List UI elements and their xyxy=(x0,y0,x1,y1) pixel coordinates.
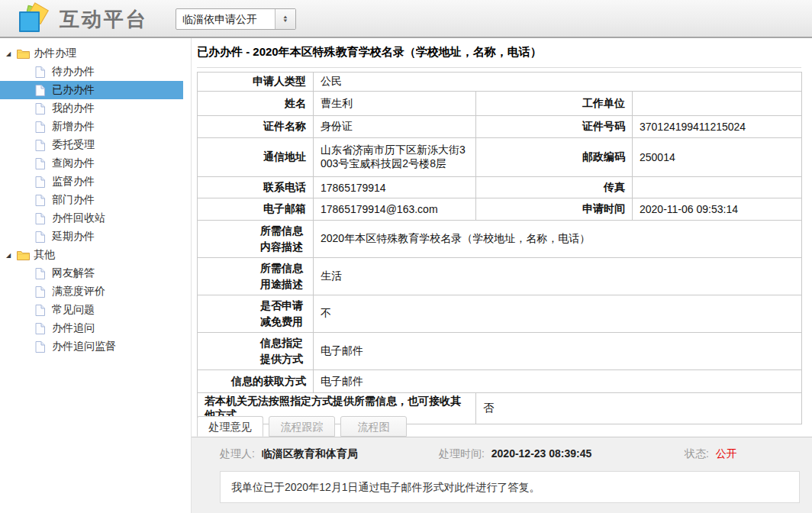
sidebar-group-label: 其他 xyxy=(34,248,55,262)
field-label: 邮政编码 xyxy=(476,138,633,177)
sidebar-item-faq[interactable]: 常见问题 xyxy=(0,301,183,319)
sidebar-item-new-case[interactable]: 新增办件 xyxy=(0,118,183,136)
field-label: 联系电话 xyxy=(198,177,314,198)
field-label: 申请人类型 xyxy=(198,73,314,92)
tree-expander-icon[interactable]: ◢ xyxy=(6,252,17,259)
table-row: 姓名 曹生利 工作单位 xyxy=(198,92,802,116)
site-select-value[interactable]: 临淄依申请公开 xyxy=(176,9,275,29)
file-icon xyxy=(35,140,48,151)
field-label: 是否申请减免费用 xyxy=(198,295,314,333)
sidebar-item-case-followup[interactable]: 办件追问 xyxy=(0,319,183,337)
sidebar-item-satisfaction-rating[interactable]: 满意度评价 xyxy=(0,282,183,301)
spinner-arrows-icon[interactable]: ▲ ▼ xyxy=(275,9,295,29)
table-row: 联系电话 17865179914 传真 xyxy=(198,177,802,198)
sidebar-item-netizen-answers[interactable]: 网友解答 xyxy=(0,264,183,282)
field-label: 所需信息用途描述 xyxy=(198,258,314,295)
handler-field: 处理人: 临淄区教育和体育局 xyxy=(220,447,358,461)
file-icon xyxy=(35,195,48,206)
app-header: 互动平台 临淄依申请公开 ▲ ▼ xyxy=(0,0,812,38)
field-value: 2020年本区特殊教育学校名录（学校地址，名称，电话） xyxy=(314,221,802,258)
file-icon xyxy=(35,268,48,279)
handling-opinion-panel: 处理人: 临淄区教育和体育局 处理时间: 2020-12-23 08:39:45… xyxy=(192,437,812,513)
sidebar-item-label: 查阅办件 xyxy=(52,156,95,170)
sidebar-item-entrusted-acceptance[interactable]: 委托受理 xyxy=(0,136,183,154)
field-value: 公民 xyxy=(314,73,802,92)
field-label: 传真 xyxy=(476,177,633,198)
sidebar-item-supervise-cases[interactable]: 监督办件 xyxy=(0,173,183,191)
handle-time-field: 处理时间: 2020-12-23 08:39:45 xyxy=(439,447,591,461)
file-icon xyxy=(35,176,48,188)
sidebar-item-label: 延期办件 xyxy=(52,230,95,244)
sidebar-tree: ◢ 办件办理 待办办件 已办办件 我的办件 新增办件 委托受理 查阅办件 监督办… xyxy=(0,38,183,513)
field-value: 生活 xyxy=(314,258,802,295)
field-label: 信息指定提供方式 xyxy=(198,333,314,370)
field-value: 17865179914 xyxy=(314,177,476,198)
table-row: 电子邮箱 17865179914@163.com 申请时间 2020-11-06… xyxy=(198,198,802,221)
file-icon xyxy=(35,66,48,78)
result-tabbar: 处理意见 流程跟踪 流程图 xyxy=(197,416,412,437)
sidebar-group-label: 办件办理 xyxy=(34,47,76,60)
status-label: 状态: xyxy=(685,447,709,460)
table-row: 所需信息用途描述 生活 xyxy=(198,258,802,295)
application-detail-table: 申请人类型 公民 姓名 曹生利 工作单位 证件名称 身份证 证件号码 37012… xyxy=(197,72,802,424)
sidebar-item-my-cases[interactable]: 我的办件 xyxy=(0,99,183,118)
tab-handling-opinion[interactable]: 处理意见 xyxy=(197,416,263,437)
field-value: 否 xyxy=(476,393,802,424)
tab-flow-chart[interactable]: 流程图 xyxy=(340,416,407,437)
logo-blue-sheet xyxy=(19,11,40,32)
field-value: 曹生利 xyxy=(314,92,476,116)
field-label: 电子邮箱 xyxy=(198,198,314,221)
field-label: 信息的获取方式 xyxy=(198,370,314,393)
sidebar-item-label: 委托受理 xyxy=(52,138,95,152)
file-icon xyxy=(35,305,48,316)
tab-process-tracking[interactable]: 流程跟踪 xyxy=(269,416,335,437)
file-icon xyxy=(35,103,48,115)
sidebar-item-review-cases[interactable]: 查阅办件 xyxy=(0,154,183,173)
file-icon xyxy=(35,341,48,353)
field-value: 250014 xyxy=(633,138,802,177)
sidebar-item-case-recycle-bin[interactable]: 办件回收站 xyxy=(0,209,183,227)
field-label: 所需信息内容描述 xyxy=(198,221,314,258)
sidebar-group-other[interactable]: ◢ 其他 xyxy=(0,246,183,264)
sidebar-item-label: 办件追问 xyxy=(52,321,95,335)
folder-icon xyxy=(17,49,30,59)
sidebar-item-case-followup-supervision[interactable]: 办件追问监督 xyxy=(0,337,183,356)
sidebar-group-case-handling[interactable]: ◢ 办件办理 xyxy=(0,44,183,63)
field-value: 370124199411215024 xyxy=(633,116,802,138)
field-label: 证件号码 xyxy=(476,116,633,138)
table-row: 证件名称 身份证 证件号码 370124199411215024 xyxy=(198,116,802,138)
status-badge: 公开 xyxy=(716,447,737,460)
tree-expander-icon[interactable]: ◢ xyxy=(6,50,17,57)
table-row: 信息的获取方式 电子邮件 xyxy=(198,370,802,393)
field-value: 不 xyxy=(314,295,802,333)
sidebar-item-label: 已办办件 xyxy=(52,83,95,97)
field-value: 2020-11-06 09:53:14 xyxy=(633,198,802,221)
sidebar-item-label: 办件回收站 xyxy=(52,211,105,225)
folder-icon xyxy=(17,250,30,260)
sidebar-item-pending-cases[interactable]: 待办办件 xyxy=(0,63,183,81)
status-field: 状态: 公开 xyxy=(685,447,737,461)
reply-text: 我单位已于2020年12月1日通过电子邮件形式对此件进行了答复。 xyxy=(220,471,800,503)
file-icon xyxy=(35,213,48,224)
field-value xyxy=(633,92,802,116)
sidebar-item-label: 网友解答 xyxy=(52,266,95,280)
field-value: 17865179914@163.com xyxy=(314,198,476,221)
file-icon xyxy=(35,286,48,298)
handle-time-value: 2020-12-23 08:39:45 xyxy=(491,447,592,460)
sidebar-item-department-cases[interactable]: 部门办件 xyxy=(0,191,183,209)
sidebar-item-label: 满意度评价 xyxy=(52,285,105,298)
page-title: 已办办件 - 2020年本区特殊教育学校名录（学校地址，名称，电话） xyxy=(197,45,801,68)
sidebar-item-extended-cases[interactable]: 延期办件 xyxy=(0,227,183,246)
file-icon xyxy=(35,121,48,133)
file-icon xyxy=(35,323,48,334)
table-row: 申请人类型 公民 xyxy=(198,73,802,92)
field-label: 工作单位 xyxy=(476,92,633,116)
field-value xyxy=(633,177,802,198)
sidebar-item-completed-cases[interactable]: 已办办件 xyxy=(0,81,183,99)
file-icon xyxy=(35,231,48,243)
table-row: 是否申请减免费用 不 xyxy=(198,295,802,333)
sidebar-item-label: 我的办件 xyxy=(52,102,95,115)
file-icon xyxy=(35,158,48,169)
site-select[interactable]: 临淄依申请公开 ▲ ▼ xyxy=(176,8,296,30)
field-value: 身份证 xyxy=(314,116,476,138)
